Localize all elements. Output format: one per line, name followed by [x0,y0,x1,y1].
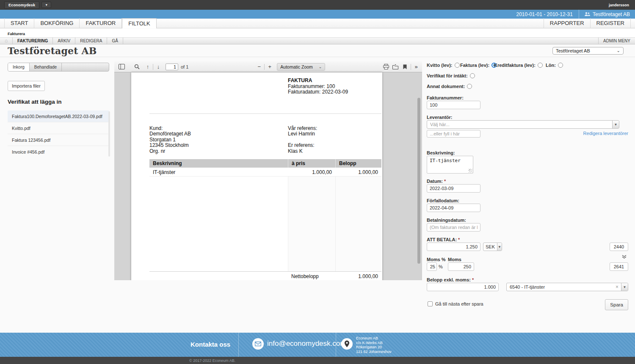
sidebar: Inkorg Behandlade Importera filer Verifi… [8,63,109,157]
username[interactable]: jandersson [609,3,629,7]
checkbox-icon[interactable] [428,301,433,306]
sidebar-tabs: Inkorg Behandlade [8,63,109,72]
sidebar-toggle-icon[interactable] [117,62,126,72]
fiscal-period[interactable]: 2010-01-01 - 2010-12-31 [516,11,573,17]
list-item-file[interactable]: Kvitto.pdf [8,122,109,134]
company-address: Econeum AB c/o K-Werks AB Rökerigatan 20… [356,336,392,354]
supplier-select[interactable]: Välj här... ▼ [427,120,619,129]
brand-caret-icon[interactable]: ▼ [41,2,51,8]
required-asterisk: * [472,277,474,282]
field-label: Leverantör: [427,115,453,120]
print-icon[interactable] [381,62,391,72]
clear-icon[interactable]: × [613,283,621,291]
divider [238,333,239,357]
radio-kreditfaktura[interactable]: Kreditfaktura (lev): [494,63,543,68]
radio-annat-dokument[interactable]: Annat dokument: [427,84,472,89]
invoice-number-field[interactable] [427,101,480,109]
pdf-page: FAKTURA Fakturanummer: 100 Fakturadatum:… [131,72,382,280]
our-ref-label: Vår referens: [288,126,317,131]
date-field[interactable] [427,184,480,193]
menu-item-redigera[interactable]: REDIGERA [75,38,107,44]
nav-tab-fakturor[interactable]: FAKTUROR [80,18,122,28]
page-number-input[interactable] [166,63,178,70]
zoom-out-icon[interactable]: − [255,62,263,72]
list-item-file[interactable]: Invoice #456.pdf [8,146,109,157]
address-line: Rökerigatan 20 [356,345,392,350]
table-empty-area [149,176,288,271]
file-list-scrollbar[interactable] [108,111,110,157]
field-label: Beskrivning: [427,150,455,155]
radio-icon[interactable] [538,63,543,68]
contact-email-link[interactable]: info@economydesk.com [267,339,346,348]
tab-behandlade[interactable]: Behandlade [30,63,62,71]
currency-select[interactable]: SEK ▼ [483,243,502,251]
search-icon[interactable] [132,62,141,72]
due-date-field[interactable] [427,204,480,212]
chevron-down-icon[interactable]: ▼ [497,243,502,251]
home-icon[interactable]: ⌂ [0,38,13,44]
context-bar: 2010-01-01 - 2010-12-31 Testföretaget AB [0,10,635,19]
sidebar-heading: Verifikat att lägga in [8,99,109,105]
brand-logo[interactable]: Economydesk [4,1,39,9]
double-chevron-icon[interactable] [622,255,627,259]
edit-suppliers-link[interactable]: Redigera leverantörer [583,131,628,136]
radio-icon[interactable] [455,63,460,68]
next-after-save-option[interactable]: Gå till nästa efter spara [428,301,483,306]
radio-icon[interactable] [467,84,472,89]
company-select-value: Testföretaget AB [556,48,590,53]
pdf-viewer: ↑ ↓ of 1 − + Automatic Zoom ⌄ » FAKTURA … [114,61,422,280]
company-select[interactable]: Testföretaget AB ⌄ [552,47,624,55]
menu-item-arkiv[interactable]: ARKIV [53,38,75,44]
payment-date-field[interactable] [427,223,480,232]
menu-item-admin-meny[interactable]: ADMIN MENY [598,38,635,44]
vat-account-field[interactable] [610,262,628,271]
save-button[interactable]: Spara [605,299,628,310]
amount-to-pay-field[interactable] [427,243,480,251]
menu-item-fakturering[interactable]: FAKTURERING [13,38,53,44]
radio-lon[interactable]: Lön: [546,63,563,68]
vat-percent-field[interactable] [427,262,437,271]
chevron-down-icon[interactable]: ▼ [612,121,619,128]
vat-amount-field[interactable] [448,262,474,271]
debit-account-field[interactable] [610,243,628,251]
open-file-icon[interactable] [391,62,400,72]
nav-tab-filtolk[interactable]: FILTOLK [122,18,157,28]
zoom-in-icon[interactable]: + [266,62,273,72]
list-item-file[interactable]: Faktura100.DemoforetagetAB.2022-03-09.pd… [8,110,109,122]
menu-item-ga[interactable]: GÅ [107,38,123,44]
next-page-icon[interactable]: ↓ [155,62,162,72]
customer-line: Demoföretaget AB [149,131,191,137]
nav-right-group: RAPPORTER REGISTER [544,18,635,28]
active-company[interactable]: Testföretaget AB [579,11,635,17]
radio-icon[interactable] [558,63,563,68]
nav-tab-bokforing[interactable]: BOKFÖRING [34,18,80,28]
zoom-select[interactable]: Automatic Zoom ⌄ [277,63,325,71]
resize-grip-icon[interactable] [469,169,472,173]
radio-verifikat-intakt[interactable]: Verifikat för intäkt: [427,73,475,78]
radio-faktura[interactable]: Faktura (lev): [460,63,497,68]
nav-tab-start[interactable]: START [4,18,34,28]
radio-icon[interactable] [470,73,475,78]
pdf-scrollbar[interactable] [417,98,420,264]
table-footer-spacer [149,271,288,280]
field-label: Betalningsdatum: [427,218,466,223]
amount-ex-vat-field[interactable] [427,283,499,291]
previous-page-icon[interactable]: ↑ [144,62,152,72]
nav-tab-register[interactable]: REGISTER [590,18,631,28]
account-select[interactable]: 6540 - IT-tjänster × ▼ [506,283,628,291]
copyright-bar: © 2017-2022 Econeum AB. [0,357,635,364]
import-files-button[interactable]: Importera filer [8,81,45,91]
list-item-file[interactable]: Faktura 123456.pdf [8,134,109,146]
references-block: Vår referens: Levi Hamrin Er referens: K… [288,126,317,154]
supplier-free-text-field[interactable] [427,130,480,138]
description-textarea[interactable]: IT-tjänster [427,156,473,174]
tab-inkorg[interactable]: Inkorg [8,63,30,71]
radio-kvitto[interactable]: Kvitto (lev): [427,63,460,68]
file-list: Faktura100.DemoforetagetAB.2022-03-09.pd… [8,110,109,157]
bookmark-icon[interactable] [400,62,409,72]
radio-label: Lön: [546,63,556,68]
chevron-down-icon[interactable]: ▼ [621,283,628,291]
contact-heading: Kontakta oss [190,341,230,348]
nav-tab-rapporter[interactable]: RAPPORTER [544,18,590,28]
more-tools-icon[interactable]: » [412,62,420,72]
